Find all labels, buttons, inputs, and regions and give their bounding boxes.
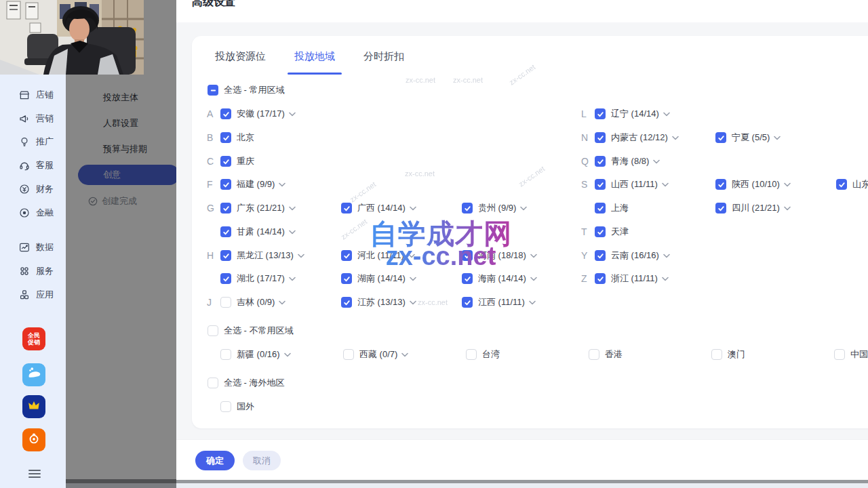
region-item[interactable]: 青海 (8/8) (595, 154, 660, 169)
region-item[interactable]: 甘肃 (14/14) (220, 224, 296, 239)
chevron-down-icon[interactable] (663, 253, 670, 258)
sidebar-item-customer-service[interactable]: 客服 (18, 158, 54, 173)
checked-checkbox[interactable] (595, 250, 606, 261)
chevron-down-icon[interactable] (784, 182, 791, 187)
region-item[interactable]: 湖南 (14/14) (341, 271, 416, 286)
sidebar-item-apps[interactable]: 应用 (18, 287, 54, 302)
region-item[interactable]: 宁夏 (5/5) (715, 130, 781, 145)
region-item[interactable]: 黑龙江 (13/13) (220, 248, 304, 263)
region-item[interactable]: 河北 (11/11) (341, 248, 415, 263)
chevron-down-icon[interactable] (672, 136, 679, 140)
select-all-overseas-regions[interactable]: 全选 - 海外地区 (208, 375, 285, 390)
chevron-down-icon[interactable] (410, 206, 416, 211)
checked-checkbox[interactable] (220, 156, 231, 167)
region-item[interactable]: 陕西 (10/10) (715, 177, 791, 192)
sidebar-item-finance[interactable]: 财务 (18, 182, 54, 197)
region-item[interactable]: 江西 (11/11) (462, 295, 536, 310)
checked-checkbox[interactable] (715, 203, 726, 214)
region-item[interactable]: 贵州 (9/9) (462, 201, 527, 216)
region-item[interactable]: 广东 (21/21) (220, 201, 296, 216)
checked-checkbox[interactable] (341, 273, 352, 284)
region-item[interactable]: 河南 (18/18) (462, 248, 537, 263)
region-item[interactable]: 山东 (16/16) (836, 177, 868, 192)
chevron-down-icon[interactable] (298, 253, 304, 258)
chevron-down-icon[interactable] (530, 277, 537, 281)
unchecked-checkbox[interactable] (220, 401, 231, 412)
select-all-common-regions[interactable]: 全选 - 常用区域 (208, 83, 285, 98)
region-item[interactable]: 吉林 (0/9) (220, 295, 285, 310)
chevron-down-icon[interactable] (408, 253, 415, 258)
checked-checkbox[interactable] (595, 203, 606, 214)
region-item[interactable]: 香港 (589, 347, 623, 362)
chevron-down-icon[interactable] (520, 206, 527, 211)
unchecked-checkbox[interactable] (208, 378, 218, 388)
tab-time-discount[interactable]: 分时折扣 (362, 50, 406, 66)
sidebar-item-services[interactable]: 服务 (18, 264, 54, 279)
checked-checkbox[interactable] (595, 132, 606, 143)
checked-checkbox[interactable] (595, 226, 606, 237)
checked-checkbox[interactable] (715, 179, 726, 190)
chevron-down-icon[interactable] (279, 182, 285, 187)
sidebar-item-marketing[interactable]: 营销 (18, 111, 54, 126)
checked-checkbox[interactable] (220, 273, 231, 284)
region-item[interactable]: 辽宁 (14/14) (595, 106, 670, 121)
chevron-down-icon[interactable] (774, 136, 781, 140)
checked-checkbox[interactable] (220, 226, 231, 237)
hamburger-menu-icon[interactable] (28, 468, 41, 480)
checked-checkbox[interactable] (462, 273, 473, 284)
region-item[interactable]: 北京 (220, 130, 254, 145)
unchecked-checkbox[interactable] (834, 349, 845, 360)
chevron-down-icon[interactable] (410, 277, 416, 281)
confirm-button[interactable]: 确定 (195, 451, 235, 470)
checked-checkbox[interactable] (836, 179, 847, 190)
region-item[interactable]: 内蒙古 (12/12) (595, 130, 679, 145)
region-item[interactable]: 山西 (11/11) (595, 177, 669, 192)
region-item[interactable]: 安徽 (17/17) (220, 106, 296, 121)
checked-checkbox[interactable] (220, 203, 231, 214)
region-item[interactable]: 海南 (14/14) (462, 271, 537, 286)
whale-app-icon[interactable] (22, 363, 45, 386)
checked-checkbox[interactable] (595, 179, 606, 190)
tab-resource-position[interactable]: 投放资源位 (214, 50, 267, 66)
region-item[interactable]: 澳门 (711, 347, 745, 362)
checked-checkbox[interactable] (462, 297, 473, 308)
region-item[interactable]: 中国其他 (834, 347, 868, 362)
tab-delivery-region[interactable]: 投放地域 (293, 50, 336, 66)
region-item[interactable]: 国外 (220, 399, 254, 414)
sidebar-item-data[interactable]: 数据 (18, 240, 54, 255)
region-item[interactable]: 上海 (595, 201, 629, 216)
chevron-down-icon[interactable] (410, 300, 416, 305)
chevron-down-icon[interactable] (279, 300, 285, 305)
crown-app-icon[interactable] (22, 395, 45, 418)
region-item[interactable]: 广西 (14/14) (341, 201, 416, 216)
unchecked-checkbox[interactable] (711, 349, 722, 360)
checked-checkbox[interactable] (220, 179, 231, 190)
sidebar-item-promotion[interactable]: 推广 (18, 134, 54, 149)
assistant-app-icon[interactable] (22, 428, 45, 451)
region-item[interactable]: 云南 (16/16) (595, 248, 670, 263)
chevron-down-icon[interactable] (663, 112, 670, 117)
checked-checkbox[interactable] (220, 250, 231, 261)
checked-checkbox[interactable] (462, 203, 473, 214)
indeterminate-checkbox[interactable] (208, 85, 218, 96)
unchecked-checkbox[interactable] (589, 349, 599, 360)
region-item[interactable]: 西藏 (0/7) (343, 347, 408, 362)
chevron-down-icon[interactable] (289, 112, 296, 117)
chevron-down-icon[interactable] (289, 206, 296, 211)
chevron-down-icon[interactable] (784, 206, 791, 211)
region-item[interactable]: 重庆 (220, 154, 254, 169)
sidebar-item-fintech[interactable]: 金融 (18, 205, 54, 220)
checked-checkbox[interactable] (715, 132, 726, 143)
region-item[interactable]: 江苏 (13/13) (341, 295, 416, 310)
unchecked-checkbox[interactable] (466, 349, 477, 360)
checked-checkbox[interactable] (341, 297, 352, 308)
unchecked-checkbox[interactable] (343, 349, 354, 360)
checked-checkbox[interactable] (220, 108, 231, 119)
quanmin-cuxiao-app-icon[interactable]: 全民促销 (22, 327, 45, 350)
chevron-down-icon[interactable] (530, 253, 537, 258)
checked-checkbox[interactable] (595, 273, 606, 284)
chevron-down-icon[interactable] (653, 159, 660, 164)
region-item[interactable]: 浙江 (11/11) (595, 271, 669, 286)
checked-checkbox[interactable] (341, 250, 352, 261)
chevron-down-icon[interactable] (662, 182, 669, 187)
